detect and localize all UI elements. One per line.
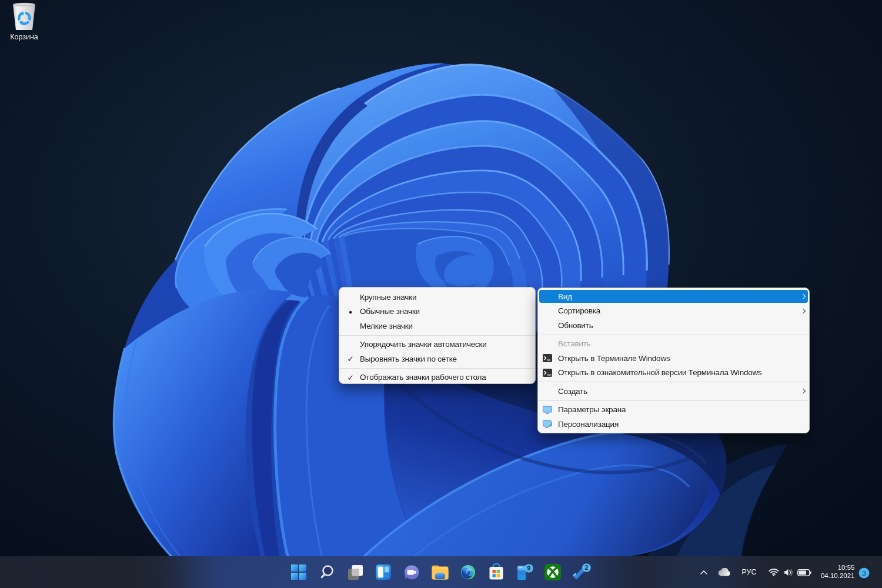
svg-text:3: 3 [862, 569, 866, 576]
